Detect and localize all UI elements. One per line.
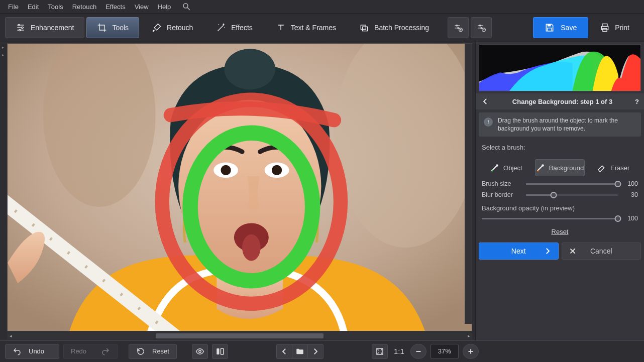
svg-line-1 (188, 8, 190, 10)
chevron-right-icon (543, 247, 552, 256)
zoom-value[interactable]: 37% (431, 344, 459, 359)
collapsed-left-panel[interactable]: ▸▸ (0, 42, 6, 340)
info-text: Drag the brush around the object to mark… (498, 116, 636, 133)
menu-tools[interactable]: Tools (44, 1, 67, 13)
svg-point-7 (19, 29, 21, 31)
wand-icon (216, 23, 226, 33)
bg-opacity-label: Background opacity (in preview) (476, 200, 644, 213)
tab-effects[interactable]: Effects (205, 17, 263, 38)
tab-batch-processing[interactable]: Batch Processing (349, 17, 440, 38)
reset-button[interactable]: Reset (129, 344, 177, 359)
actual-size-button[interactable]: 1:1 (392, 347, 406, 355)
brush-icon (152, 23, 162, 33)
menu-help[interactable]: Help (154, 1, 175, 13)
canvas-scrollbar-horizontal[interactable]: ◂ ▸ (7, 332, 472, 339)
print-label: Print (615, 24, 629, 32)
preview-toggle[interactable] (192, 344, 208, 359)
tab-text-frames[interactable]: Text & Frames (265, 17, 347, 38)
redo-icon (101, 347, 110, 356)
svg-point-13 (458, 28, 459, 29)
menu-retouch[interactable]: Retouch (68, 1, 100, 13)
tab-label: Tools (112, 24, 129, 32)
brush-label: Background (549, 164, 584, 172)
fit-icon (375, 347, 384, 356)
search-icon[interactable] (178, 0, 195, 13)
print-icon (600, 23, 610, 33)
canvas-scrollbar-vertical[interactable] (465, 44, 472, 324)
menu-view[interactable]: View (131, 1, 153, 13)
undo-label: Undo (29, 347, 44, 355)
svg-point-35 (242, 234, 261, 261)
svg-point-5 (18, 24, 20, 26)
panel-header: Change Background: step 1 of 3 ? (476, 93, 644, 109)
menu-edit[interactable]: Edit (24, 1, 43, 13)
svg-point-0 (183, 4, 188, 8)
sliders-icon (16, 23, 26, 33)
svg-rect-9 (363, 27, 368, 31)
brush-background[interactable]: Background (535, 159, 585, 176)
svg-point-32 (221, 165, 231, 175)
sliders-minus-icon (476, 23, 486, 33)
reset-link[interactable]: Reset (476, 224, 644, 243)
next-image-button[interactable] (307, 344, 324, 359)
close-icon (568, 247, 577, 256)
svg-rect-8 (361, 25, 366, 29)
toolbar: Enhancement Tools Retouch Effects Text &… (0, 13, 644, 42)
svg-point-41 (538, 170, 539, 172)
svg-point-38 (496, 165, 498, 167)
back-icon[interactable] (481, 97, 490, 106)
histogram[interactable] (479, 44, 641, 91)
chevron-right-icon (311, 347, 320, 356)
brush-object-icon (490, 163, 499, 172)
right-panel: Change Background: step 1 of 3 ? i Drag … (475, 42, 644, 340)
svg-point-12 (456, 25, 458, 27)
chevron-left-icon (280, 347, 289, 356)
prev-image-button[interactable] (276, 344, 292, 359)
blur-border-value: 30 (623, 191, 638, 198)
brush-size-slider[interactable] (526, 183, 618, 185)
cancel-button[interactable]: Cancel (562, 243, 641, 260)
svg-rect-45 (217, 348, 219, 354)
svg-point-33 (272, 165, 282, 175)
image-canvas[interactable] (7, 43, 472, 331)
image-content (8, 44, 472, 331)
svg-point-28 (225, 49, 276, 89)
zoom-out-button[interactable] (410, 344, 426, 359)
reset-icon (136, 347, 145, 356)
svg-point-39 (492, 170, 493, 172)
save-label: Save (561, 24, 577, 32)
bg-opacity-slider[interactable] (482, 218, 618, 219)
select-brush-label: Select a brush: (476, 140, 644, 155)
save-button[interactable]: Save (533, 17, 588, 38)
undo-icon (13, 347, 22, 356)
bg-opacity-value: 100 (623, 215, 638, 222)
brush-label: Eraser (610, 164, 629, 172)
eraser-icon (597, 163, 606, 172)
compare-icon (216, 347, 225, 356)
brush-object[interactable]: Object (482, 159, 531, 176)
browse-button[interactable] (292, 344, 308, 359)
svg-point-17 (479, 25, 481, 27)
svg-point-44 (199, 350, 201, 352)
next-button[interactable]: Next (479, 243, 559, 260)
tab-tools[interactable]: Tools (86, 17, 139, 38)
tab-retouch[interactable]: Retouch (141, 17, 203, 38)
redo-label: Redo (71, 347, 86, 355)
adjust-add-button[interactable] (448, 17, 469, 38)
tab-enhancement[interactable]: Enhancement (5, 17, 84, 38)
zoom-in-button[interactable] (463, 344, 479, 359)
brush-eraser[interactable]: Eraser (589, 159, 638, 176)
adjust-remove-button[interactable] (471, 17, 492, 38)
redo-button[interactable]: Redo (63, 344, 118, 359)
help-icon[interactable]: ? (635, 98, 639, 105)
menu-file[interactable]: File (4, 1, 23, 13)
brush-size-value: 100 (623, 180, 638, 187)
print-button[interactable]: Print (590, 17, 639, 38)
svg-point-18 (481, 28, 482, 29)
info-box: i Drag the brush around the object to ma… (479, 112, 641, 137)
menu-effects[interactable]: Effects (101, 1, 130, 13)
fit-screen-button[interactable] (372, 344, 388, 359)
undo-button[interactable]: Undo (5, 344, 59, 359)
compare-toggle[interactable] (212, 344, 228, 359)
blur-border-slider[interactable] (526, 194, 618, 196)
